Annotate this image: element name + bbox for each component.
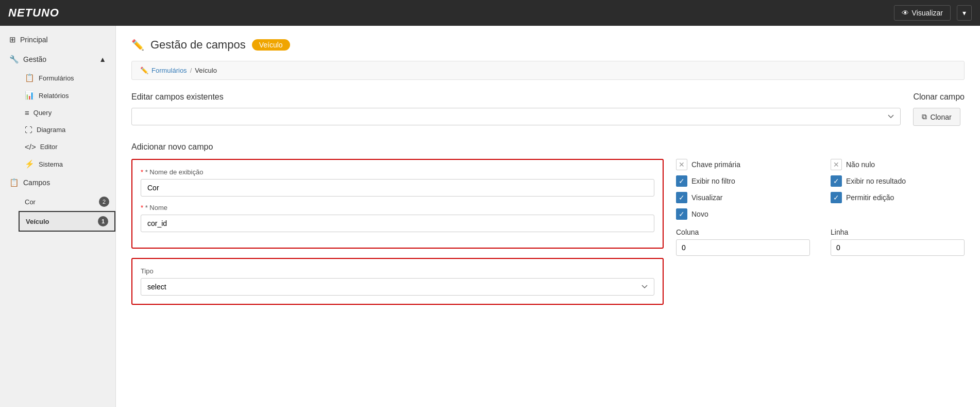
- add-campo-right: ✕ Chave primária ✕ Não nulo ✓ Exibir no …: [676, 159, 965, 256]
- permitir-edicao-row: ✓ Permitir edição: [831, 192, 965, 203]
- exibir-resultado-row: ✓ Exibir no resultado: [831, 175, 965, 187]
- exibir-filtro-checkbox[interactable]: ✓: [676, 175, 687, 187]
- required-star-1: *: [141, 168, 143, 176]
- main-content: ✏️ Gestão de campos Veículo ✏️ Formulári…: [116, 26, 980, 407]
- adicionar-section-title: Adicionar novo campo: [131, 142, 965, 152]
- editar-section-title: Editar campos existentes: [131, 92, 901, 102]
- navbar: NETUNO 👁 Visualizar ▾: [0, 0, 980, 26]
- chave-primaria-checkbox[interactable]: ✕: [676, 159, 687, 170]
- linha-label: Linha: [831, 228, 965, 236]
- sidebar-item-sistema[interactable]: ⚡ Sistema: [19, 155, 115, 173]
- breadcrumb-link-formularios[interactable]: Formulários: [151, 67, 187, 74]
- system-icon: ⚡: [25, 159, 35, 169]
- eye-icon: 👁: [902, 9, 909, 17]
- sidebar-label-principal: Principal: [20, 36, 48, 44]
- clonar-title: Clonar campo: [913, 92, 965, 102]
- user-icon: ▾: [962, 9, 966, 17]
- checkboxes-grid: ✕ Chave primária ✕ Não nulo ✓ Exibir no …: [676, 159, 965, 220]
- sidebar-label-relatorios: Relatórios: [39, 92, 69, 100]
- nao-nulo-label: Não nulo: [846, 160, 875, 169]
- tipo-section: Tipo select text integer boolean date te…: [131, 258, 664, 305]
- tipo-select[interactable]: select text integer boolean date textare…: [141, 278, 654, 296]
- sidebar-item-gestao[interactable]: 🔧 Gestão ▲: [0, 50, 115, 69]
- sidebar-label-editor: Editor: [40, 143, 58, 151]
- editar-select[interactable]: [131, 108, 901, 125]
- coluna-input[interactable]: [676, 239, 810, 256]
- sidebar-label-formularios: Formulários: [39, 74, 74, 82]
- exibir-filtro-row: ✓ Exibir no filtro: [676, 175, 810, 187]
- nome-exibicao-group: * * Nome de exibição: [141, 168, 654, 197]
- nome-exibicao-input[interactable]: [141, 179, 654, 197]
- novo-label: Novo: [691, 210, 708, 218]
- nome-section: * * Nome de exibição * * Nome: [131, 159, 664, 249]
- sidebar-item-query[interactable]: ≡ Query: [19, 104, 115, 121]
- page-badge: Veículo: [252, 39, 290, 51]
- sidebar-sub-gestao: 📋 Formulários 📊 Relatórios ≡ Query ⛶ Dia…: [0, 69, 115, 173]
- sidebar-label-sistema: Sistema: [39, 160, 63, 168]
- editar-left: Editar campos existentes: [131, 92, 901, 125]
- nome-exibicao-label: * * Nome de exibição: [141, 168, 654, 176]
- user-menu-button[interactable]: ▾: [957, 5, 972, 21]
- add-campo-layout: * * Nome de exibição * * Nome: [131, 159, 965, 314]
- sidebar-item-cor[interactable]: Cor 2: [19, 192, 115, 211]
- visualizar-label: Visualizar: [691, 193, 722, 202]
- navbar-right: 👁 Visualizar ▾: [894, 5, 972, 21]
- nao-nulo-row: ✕ Não nulo: [831, 159, 965, 170]
- tipo-label: Tipo: [141, 267, 654, 275]
- coluna-linha-row: Coluna Linha: [676, 228, 965, 256]
- permitir-edicao-label: Permitir edição: [846, 193, 894, 202]
- sidebar-label-query: Query: [33, 109, 52, 117]
- sidebar-item-formularios[interactable]: 📋 Formulários: [19, 69, 115, 87]
- linha-item: Linha: [831, 228, 965, 256]
- chart-icon: 📊: [25, 91, 35, 100]
- clonar-button[interactable]: ⧉ Clonar: [913, 108, 960, 126]
- coluna-label: Coluna: [676, 228, 810, 236]
- novo-row: ✓ Novo: [676, 208, 810, 220]
- campos-icon: 📋: [9, 178, 19, 187]
- form-icon: 📋: [25, 73, 35, 83]
- breadcrumb-form-icon: ✏️: [140, 67, 148, 74]
- coluna-item: Coluna: [676, 228, 810, 256]
- sidebar-item-diagrama[interactable]: ⛶ Diagrama: [19, 121, 115, 138]
- nome-group: * * Nome: [141, 204, 654, 232]
- chave-primaria-label: Chave primária: [691, 160, 740, 169]
- sidebar-item-veiculo[interactable]: Veículo 1: [19, 211, 115, 232]
- page-title: Gestão de campos: [150, 38, 246, 52]
- required-star-2: *: [141, 204, 143, 211]
- brand-logo: NETUNO: [8, 6, 59, 20]
- nao-nulo-checkbox[interactable]: ✕: [831, 159, 842, 170]
- tipo-group: Tipo select text integer boolean date te…: [141, 267, 654, 296]
- sidebar-label-campos: Campos: [23, 178, 50, 187]
- breadcrumb-current: Veículo: [195, 67, 217, 74]
- sidebar: ⊞ Principal 🔧 Gestão ▲ 📋 Formulários 📊 R…: [0, 26, 116, 407]
- exibir-filtro-label: Exibir no filtro: [691, 177, 735, 185]
- novo-checkbox[interactable]: ✓: [676, 208, 687, 220]
- sidebar-label-cor: Cor: [25, 198, 36, 206]
- page-title-row: ✏️ Gestão de campos Veículo: [131, 38, 965, 52]
- home-icon: ⊞: [9, 35, 16, 44]
- add-campo-left: * * Nome de exibição * * Nome: [131, 159, 664, 314]
- sidebar-sub-campos: Cor 2 Veículo 1: [0, 192, 115, 232]
- exibir-resultado-label: Exibir no resultado: [846, 177, 906, 185]
- nome-input[interactable]: [141, 215, 654, 232]
- veiculo-badge: 1: [98, 216, 108, 226]
- clonar-label: Clonar: [930, 113, 951, 121]
- sidebar-label-diagrama: Diagrama: [37, 126, 65, 134]
- nome-label: * * Nome: [141, 204, 654, 211]
- permitir-edicao-checkbox[interactable]: ✓: [831, 192, 842, 203]
- clonar-section: Clonar campo ⧉ Clonar: [913, 92, 965, 126]
- sidebar-item-relatorios[interactable]: 📊 Relatórios: [19, 87, 115, 104]
- cor-badge: 2: [99, 197, 109, 207]
- sidebar-item-editor[interactable]: </> Editor: [19, 138, 115, 155]
- query-icon: ≡: [25, 108, 29, 117]
- exibir-resultado-checkbox[interactable]: ✓: [831, 175, 842, 187]
- clone-icon: ⧉: [922, 112, 927, 121]
- linha-input[interactable]: [831, 239, 965, 256]
- breadcrumb-separator: /: [190, 67, 192, 74]
- visualizar-button[interactable]: 👁 Visualizar: [894, 5, 951, 21]
- sidebar-item-principal[interactable]: ⊞ Principal: [0, 30, 115, 50]
- sidebar-item-campos[interactable]: 📋 Campos: [0, 173, 115, 192]
- chave-primaria-row: ✕ Chave primária: [676, 159, 810, 170]
- visualizar-row: ✓ Visualizar: [676, 192, 810, 203]
- visualizar-checkbox[interactable]: ✓: [676, 192, 687, 203]
